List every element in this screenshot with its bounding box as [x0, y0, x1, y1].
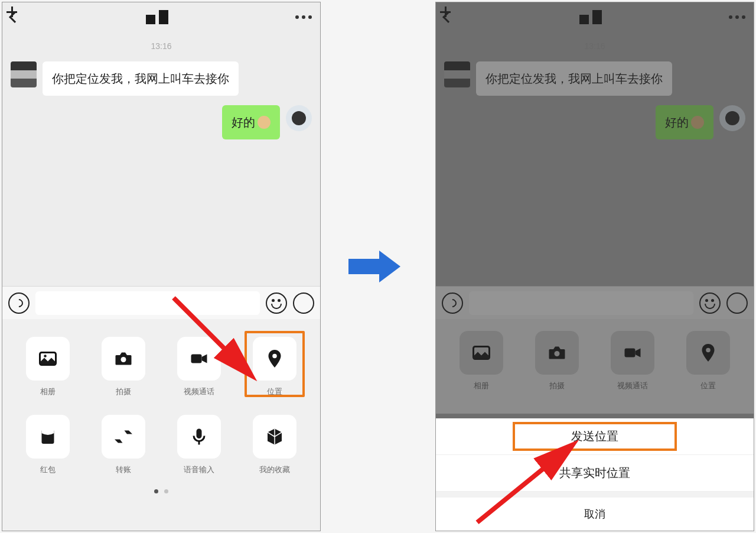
- location-pin-icon: [698, 342, 719, 363]
- avatar: [444, 61, 470, 87]
- svg-rect-6: [197, 429, 202, 439]
- mic-icon: [188, 426, 210, 447]
- message-incoming: 你把定位发我，我网上叫车去接你: [444, 61, 745, 96]
- ok-hand-emoji: [691, 116, 704, 129]
- sheet-cancel-label: 取消: [584, 507, 605, 521]
- more-icon: [729, 15, 745, 19]
- svg-point-12: [706, 348, 711, 353]
- phone-screen-right: 13:16 你把定位发我，我网上叫车去接你 好的: [435, 2, 754, 531]
- avatar[interactable]: [286, 105, 312, 131]
- attachment-panel: 相册 拍摄 视频通话 位置: [436, 319, 754, 414]
- ok-hand-emoji: [258, 116, 271, 129]
- attach-camera: 拍摄: [526, 331, 588, 391]
- input-bar: [436, 286, 754, 319]
- attach-voice-input[interactable]: 语音输入: [168, 415, 230, 475]
- cube-icon: [264, 426, 285, 447]
- chat-header: [436, 2, 754, 32]
- message-input: [469, 291, 693, 315]
- svg-rect-11: [625, 349, 636, 358]
- timestamp: 13:16: [11, 41, 312, 51]
- image-icon: [37, 348, 58, 369]
- svg-point-4: [272, 354, 277, 359]
- attachment-panel: 相册 拍摄 视频通话 位置 红包: [2, 319, 320, 531]
- timestamp: 13:16: [444, 41, 745, 51]
- attach-location[interactable]: 位置: [243, 337, 306, 397]
- attach-video-call[interactable]: 视频通话: [168, 337, 230, 397]
- chat-messages: 13:16 你把定位发我，我网上叫车去接你 好的: [2, 32, 320, 286]
- video-icon: [622, 342, 643, 363]
- attach-label: 相册: [474, 381, 489, 391]
- attach-album[interactable]: 相册: [17, 337, 79, 397]
- input-bar: [2, 286, 320, 319]
- message-incoming: 你把定位发我，我网上叫车去接你: [11, 61, 312, 96]
- sheet-share-realtime-location[interactable]: 共享实时位置: [436, 455, 754, 492]
- contact-name-redacted: [146, 10, 168, 24]
- location-action-sheet: 发送位置 共享实时位置 取消: [436, 418, 754, 531]
- attach-label: 语音输入: [184, 464, 214, 475]
- avatar: [719, 105, 745, 131]
- page-indicator: [17, 489, 306, 493]
- plus-icon: [726, 292, 748, 314]
- attach-label: 我的收藏: [259, 464, 290, 475]
- plus-icon[interactable]: [293, 292, 314, 314]
- emoji-icon[interactable]: [266, 292, 287, 314]
- attach-label: 红包: [40, 464, 56, 475]
- attach-transfer[interactable]: 转账: [92, 415, 155, 475]
- svg-point-10: [555, 351, 560, 356]
- camera-icon: [546, 342, 568, 363]
- message-outgoing: 好的: [11, 105, 312, 139]
- contact-name-redacted: [579, 10, 602, 24]
- message-text: 好的: [232, 113, 255, 131]
- svg-rect-3: [191, 355, 202, 363]
- attach-label: 相册: [40, 386, 56, 397]
- attach-favorites[interactable]: 我的收藏: [243, 415, 306, 475]
- message-bubble: 你把定位发我，我网上叫车去接你: [476, 61, 672, 96]
- message-bubble[interactable]: 好的: [222, 105, 280, 139]
- location-pin-icon: [264, 348, 285, 369]
- chat-header: [2, 2, 320, 32]
- svg-point-1: [44, 355, 47, 358]
- message-text: 好的: [665, 113, 689, 131]
- message-outgoing: 好的: [444, 105, 745, 139]
- attach-label: 视频通话: [184, 386, 214, 397]
- message-input[interactable]: [35, 291, 260, 315]
- video-icon: [188, 348, 210, 369]
- message-bubble: 好的: [656, 105, 713, 139]
- attach-red-packet[interactable]: 红包: [17, 415, 79, 475]
- emoji-icon: [699, 292, 721, 314]
- avatar[interactable]: [11, 61, 37, 87]
- attach-video-call: 视频通话: [601, 331, 664, 391]
- attach-album: 相册: [450, 331, 513, 391]
- red-packet-icon: [37, 426, 58, 447]
- voice-toggle-icon: [442, 292, 463, 314]
- phone-screen-left: 13:16 你把定位发我，我网上叫车去接你 好的 相册: [2, 2, 321, 531]
- voice-toggle-icon[interactable]: [8, 292, 30, 314]
- chat-messages: 13:16 你把定位发我，我网上叫车去接你 好的: [436, 32, 754, 286]
- attach-label: 转账: [116, 464, 131, 475]
- transfer-icon: [113, 426, 134, 447]
- attach-label: 拍摄: [116, 386, 131, 397]
- more-icon[interactable]: [295, 15, 312, 19]
- camera-icon: [113, 348, 134, 369]
- flow-arrow-icon: [348, 251, 402, 282]
- svg-point-2: [121, 357, 126, 362]
- attach-camera[interactable]: 拍摄: [92, 337, 155, 397]
- sheet-send-location[interactable]: 发送位置: [436, 418, 754, 455]
- attach-label: 位置: [700, 381, 716, 391]
- attach-label: 位置: [267, 386, 282, 397]
- message-bubble[interactable]: 你把定位发我，我网上叫车去接你: [43, 61, 239, 96]
- attach-location: 位置: [677, 331, 739, 391]
- attach-label: 拍摄: [549, 381, 565, 391]
- attach-label: 视频通话: [617, 381, 648, 391]
- sheet-option-label: 共享实时位置: [559, 465, 630, 481]
- image-icon: [471, 342, 492, 363]
- highlight-annotation: [513, 422, 677, 451]
- sheet-cancel[interactable]: 取消: [436, 498, 754, 531]
